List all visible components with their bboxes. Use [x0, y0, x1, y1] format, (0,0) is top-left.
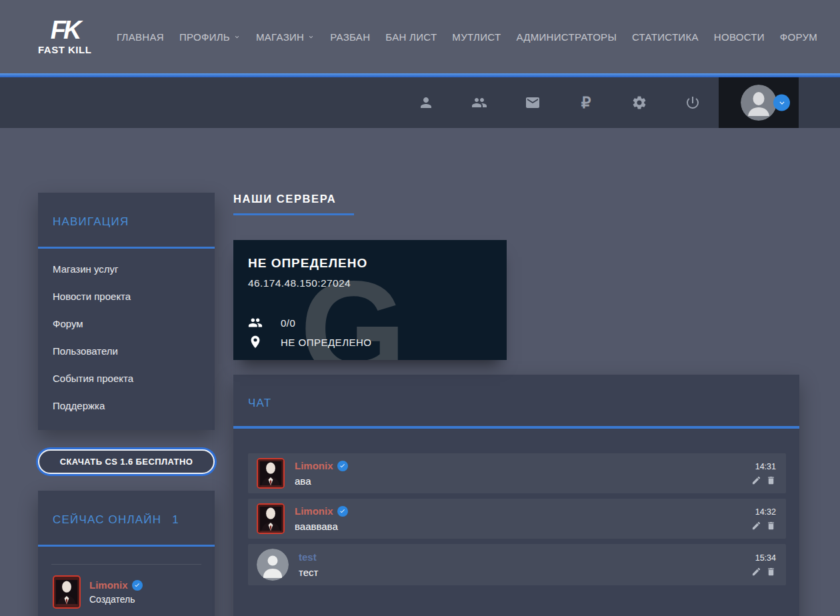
account-dropdown-icon[interactable]	[773, 95, 790, 111]
profile-icon[interactable]	[418, 95, 434, 111]
message-avatar-limonix[interactable]	[257, 503, 285, 534]
main-column: НАШИ СЕРВЕРА G НЕ ОПРЕДЕЛЕНО 46.174.48.1…	[233, 193, 799, 616]
nav-item-statistics[interactable]: СТАТИСТИКА	[632, 31, 699, 43]
download-cs-button[interactable]: СКАЧАТЬ CS 1.6 БЕСПЛАТНО	[38, 449, 215, 474]
server-map: НЕ ОПРЕДЕЛЕНО	[281, 337, 371, 348]
message-avatar-limonix[interactable]	[257, 458, 285, 489]
edit-message-icon[interactable]	[751, 475, 761, 485]
delete-message-icon[interactable]	[766, 521, 776, 531]
chat-message-list: Limonix ава 14:31	[233, 429, 799, 585]
user-toolbar: ₽	[0, 77, 840, 128]
page-content: НАВИГАЦИЯ Магазин услуг Новости проекта …	[0, 128, 840, 616]
user-avatar-limonix	[53, 575, 81, 609]
server-address: 46.174.48.150:27024	[248, 277, 492, 289]
sidebar-nav-list: Магазин услуг Новости проекта Форум Поль…	[38, 249, 215, 430]
server-name: НЕ ОПРЕДЕЛЕНО	[248, 256, 492, 271]
server-stats: 0/0 НЕ ОПРЕДЕЛЕНО	[248, 311, 371, 349]
sidebar-item-events[interactable]: События проекта	[38, 365, 215, 392]
chat-panel: ЧАТ Limonix ава 14:31	[233, 375, 799, 616]
message-time: 14:32	[751, 507, 776, 517]
online-panel: СЕЙЧАС ОНЛАЙН 1 Limonix Создат	[38, 491, 215, 616]
messages-icon[interactable]	[525, 95, 541, 111]
nav-item-profile[interactable]: ПРОФИЛЬ	[179, 31, 241, 43]
navigation-panel-title: НАВИГАЦИЯ	[53, 215, 200, 229]
verified-badge-icon	[337, 461, 348, 471]
online-user-row[interactable]: Limonix Создатель	[38, 565, 215, 616]
logout-power-icon[interactable]	[685, 95, 701, 111]
top-navigation-bar: FK FAST KILL ГЛАВНАЯ ПРОФИЛЬ МАГАЗИН РАЗ…	[0, 0, 840, 73]
nav-item-unban[interactable]: РАЗБАН	[330, 31, 370, 43]
sidebar: НАВИГАЦИЯ Магазин услуг Новости проекта …	[38, 193, 215, 616]
sidebar-item-users[interactable]: Пользователи	[38, 337, 215, 365]
server-players: 0/0	[281, 317, 295, 329]
verified-badge-icon	[337, 506, 348, 517]
online-user-role: Создатель	[89, 594, 143, 605]
account-avatar-button[interactable]	[719, 77, 799, 128]
delete-message-icon[interactable]	[766, 567, 776, 577]
sidebar-item-shop[interactable]: Магазин услуг	[38, 255, 215, 283]
nav-item-banlist[interactable]: БАН ЛИСТ	[385, 31, 437, 43]
edit-message-icon[interactable]	[751, 521, 761, 531]
delete-message-icon[interactable]	[766, 475, 776, 485]
message-avatar-default[interactable]	[257, 549, 289, 581]
chevron-down-icon	[307, 33, 315, 41]
message-author[interactable]: Limonix	[295, 460, 333, 471]
online-panel-title: СЕЙЧАС ОНЛАЙН	[53, 513, 161, 527]
servers-title-underline	[233, 213, 354, 215]
chevron-down-icon	[233, 33, 241, 41]
users-group-icon[interactable]	[471, 95, 487, 111]
chat-message-row: Limonix ава 14:31	[248, 453, 786, 493]
message-time: 15:34	[751, 553, 776, 563]
user-toolbar-icons: ₽	[418, 95, 701, 111]
chat-title: ЧАТ	[248, 397, 786, 410]
panel-accent-rule	[38, 545, 215, 547]
sidebar-item-news[interactable]: Новости проекта	[38, 283, 215, 310]
map-pin-icon	[248, 335, 263, 349]
players-group-icon	[248, 315, 263, 330]
main-menu: ГЛАВНАЯ ПРОФИЛЬ МАГАЗИН РАЗБАН БАН ЛИСТ …	[117, 31, 817, 43]
nav-item-forum[interactable]: ФОРУМ	[780, 31, 817, 43]
logo-title: FAST KILL	[38, 44, 91, 55]
message-text: тест	[299, 567, 751, 578]
site-logo[interactable]: FK FAST KILL	[38, 18, 91, 55]
chat-message-row: test тест 15:34	[248, 544, 786, 585]
verified-badge-icon	[132, 580, 143, 591]
server-card[interactable]: G НЕ ОПРЕДЕЛЕНО 46.174.48.150:27024 0/0 …	[233, 240, 507, 360]
online-user-name[interactable]: Limonix	[89, 579, 128, 591]
servers-section-title: НАШИ СЕРВЕРА	[233, 193, 799, 205]
sidebar-item-support[interactable]: Поддержка	[38, 392, 215, 419]
online-count: 1	[172, 513, 179, 527]
logo-monogram: FK	[38, 18, 91, 42]
nav-item-home[interactable]: ГЛАВНАЯ	[117, 31, 164, 43]
edit-message-icon[interactable]	[751, 567, 761, 577]
message-time: 14:31	[751, 462, 776, 471]
balance-ruble-icon[interactable]: ₽	[578, 95, 594, 111]
message-author[interactable]: test	[299, 551, 317, 563]
chat-message-row: Limonix вааввава 14:32	[248, 499, 786, 539]
nav-item-shop[interactable]: МАГАЗИН	[256, 31, 315, 43]
nav-item-mutelist[interactable]: МУТЛИСТ	[452, 31, 501, 43]
message-text: вааввава	[295, 521, 751, 532]
nav-item-admins[interactable]: АДМИНИСТРАТОРЫ	[516, 31, 617, 43]
navigation-panel: НАВИГАЦИЯ Магазин услуг Новости проекта …	[38, 193, 215, 430]
nav-item-news[interactable]: НОВОСТИ	[714, 31, 765, 43]
sidebar-item-forum[interactable]: Форум	[38, 310, 215, 337]
message-text: ава	[295, 475, 751, 487]
account-avatar	[741, 85, 777, 121]
message-author[interactable]: Limonix	[295, 505, 333, 517]
settings-gear-icon[interactable]	[631, 95, 647, 111]
